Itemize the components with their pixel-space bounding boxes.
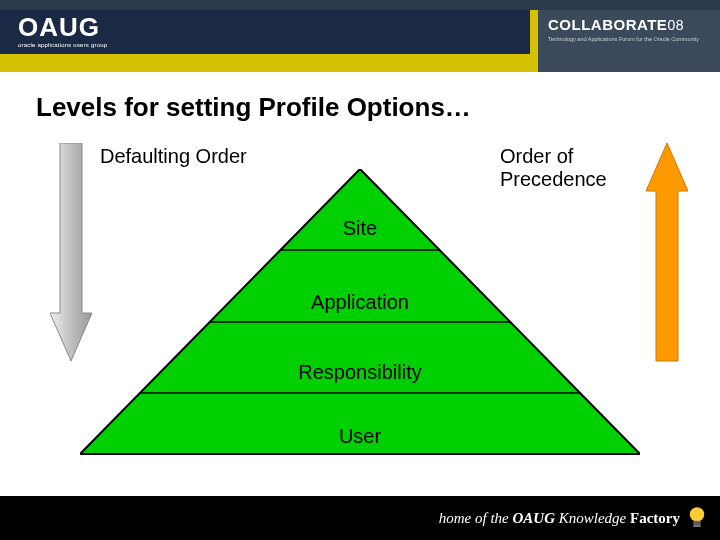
collaborate-badge: COLLABORATE08 Technology and Application… [530, 10, 720, 72]
svg-point-6 [690, 507, 704, 521]
level-application: Application [260, 291, 460, 314]
lightbulb-icon [688, 505, 706, 531]
header-top-strip [0, 0, 720, 10]
oaug-logo: OAUG oracle applications users group [18, 14, 107, 48]
svg-marker-1 [646, 143, 688, 361]
level-responsibility: Responsibility [260, 361, 460, 384]
logo-text: OAUG [18, 14, 107, 40]
profile-levels-diagram: Defaulting Order Order of Precedence [30, 141, 690, 481]
slide-title: Levels for setting Profile Options… [36, 92, 690, 123]
logo-subtext: oracle applications users group [18, 42, 107, 48]
level-site: Site [260, 217, 460, 240]
slide-content: Levels for setting Profile Options… Defa… [0, 72, 720, 481]
footer-bar: home of the OAUG Knowledge Factory [0, 496, 720, 540]
header-bar: OAUG oracle applications users group COL… [0, 0, 720, 72]
precedence-arrow-up-icon [646, 143, 688, 363]
pyramid-shape [80, 169, 640, 459]
level-user: User [260, 425, 460, 448]
collab-title: COLLABORATE08 [548, 16, 710, 33]
footer-tagline: home of the OAUG Knowledge Factory [439, 510, 680, 527]
defaulting-order-label: Defaulting Order [100, 145, 247, 168]
pyramid: Site Application Responsibility User [80, 169, 640, 454]
collab-subtitle: Technology and Applications Forum for th… [548, 36, 710, 43]
svg-rect-7 [693, 521, 700, 527]
